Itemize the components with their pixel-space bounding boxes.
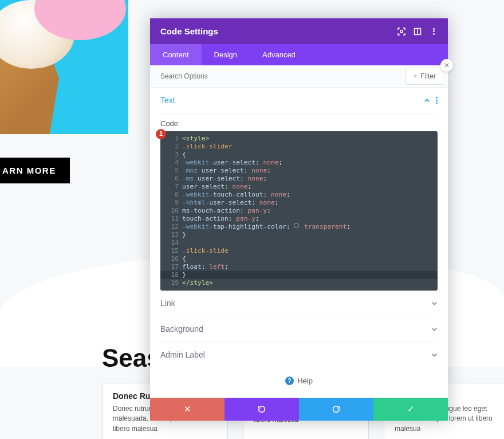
help-link[interactable]: ? Help (150, 367, 448, 398)
line-number: 10 (166, 207, 179, 215)
learn-more-button[interactable]: ARN MORE (0, 158, 70, 183)
code-token: } (182, 271, 186, 279)
code-token: user-select (209, 199, 251, 207)
code-line[interactable]: 15.slick-slide (160, 247, 438, 255)
code-token: -webkit- (182, 223, 213, 231)
code-label: Code (160, 119, 438, 128)
code-token: : (244, 167, 251, 175)
code-token: { (182, 255, 186, 263)
code-token: ; (225, 263, 229, 271)
code-token: ; (267, 207, 271, 215)
chevron-down-icon (431, 326, 438, 332)
code-line[interactable]: 9-khtml-user-select: none; (160, 199, 438, 207)
code-token: pan-y (236, 215, 255, 223)
code-token: : (263, 191, 270, 199)
line-number: 4 (166, 159, 179, 167)
section-title: Admin Label (160, 350, 205, 359)
code-line[interactable]: 16{ (160, 255, 438, 263)
line-number: 7 (166, 183, 179, 191)
expand-icon[interactable] (397, 28, 405, 36)
plus-icon: + (413, 72, 417, 80)
code-line[interactable]: 17float: left; (160, 263, 438, 271)
line-number: 6 (166, 175, 179, 183)
code-line[interactable]: 13} (160, 231, 438, 239)
code-token: : (202, 263, 209, 271)
section-title: Link (160, 299, 175, 308)
code-token: ; (278, 159, 282, 167)
step-badge: 1 (156, 129, 166, 139)
code-line[interactable]: 7user-select: none; (160, 183, 438, 191)
code-token: ; (267, 167, 271, 175)
code-line[interactable]: 19</style> (160, 279, 438, 287)
more-icon[interactable] (430, 28, 438, 36)
line-number: 1 (166, 135, 179, 143)
chevron-down-icon (431, 300, 438, 307)
code-line[interactable]: 1<style> (160, 135, 438, 143)
code-line[interactable]: 6-ms-user-select: none; (160, 175, 438, 183)
chevron-up-icon[interactable] (424, 97, 430, 104)
tab-design[interactable]: Design (202, 44, 250, 65)
code-line[interactable]: 3{ (160, 151, 438, 159)
filter-label: Filter (420, 72, 436, 80)
code-token: ; (255, 215, 259, 223)
save-button[interactable]: ✓ (373, 398, 448, 421)
tab-content[interactable]: Content (150, 44, 202, 65)
code-token: : (255, 159, 263, 167)
code-token: : (251, 199, 259, 207)
code-line[interactable]: 2.slick-slider (160, 143, 438, 151)
code-token: </style> (182, 279, 213, 287)
close-icon[interactable]: ✕ (440, 59, 453, 72)
code-editor[interactable]: 1 1<style>2.slick-slider3{4-webkit-user-… (160, 131, 438, 291)
columns-icon[interactable] (414, 28, 422, 36)
code-token: ; (275, 199, 279, 207)
code-token: tap-highlight-color (213, 223, 286, 231)
code-token: : (229, 215, 236, 223)
redo-button[interactable] (299, 398, 373, 421)
code-token: none (271, 191, 286, 199)
code-line[interactable]: 8-webkit-touch-callout: none; (160, 191, 438, 199)
code-line[interactable]: 12-webkit-tap-highlight-color: transpare… (160, 223, 438, 231)
line-number: 19 (166, 279, 179, 287)
section-text-header[interactable]: Text (160, 88, 438, 113)
code-token: transparent (300, 223, 346, 231)
undo-button[interactable] (225, 398, 299, 421)
section-background-header[interactable]: Background (160, 316, 438, 342)
tab-advanced[interactable]: Advanced (250, 44, 308, 65)
line-number: 18 (166, 271, 179, 279)
code-token: -ms- (182, 175, 198, 183)
code-line[interactable]: 11touch-action: pan-y; (160, 215, 438, 223)
code-line[interactable]: 5-moz-user-select: none; (160, 167, 438, 175)
code-token: : (286, 223, 294, 231)
code-token: ; (248, 183, 252, 191)
filter-button[interactable]: + Filter (405, 68, 443, 85)
section-adminlabel-header[interactable]: Admin Label (160, 342, 438, 367)
code-settings-modal: Code Settings Content Design Advanced ✕ … (150, 18, 448, 421)
code-token: -khtml- (182, 199, 209, 207)
code-token: touch-action (182, 215, 229, 223)
code-line[interactable]: 10ms-touch-action: pan-y; (160, 207, 438, 215)
code-token: : (240, 207, 247, 215)
code-token: float (182, 263, 202, 271)
section-link-header[interactable]: Link (160, 291, 438, 316)
code-token: user-select (202, 167, 244, 175)
code-token: -webkit- (182, 191, 213, 199)
code-token: none (233, 183, 248, 191)
section-more-icon[interactable] (436, 97, 438, 104)
line-number: 11 (166, 215, 179, 223)
code-token: <style> (182, 135, 209, 143)
code-line[interactable]: 14 (160, 239, 438, 247)
code-line[interactable]: 18} (160, 271, 438, 279)
search-input[interactable] (150, 65, 405, 87)
cancel-button[interactable]: ✕ (150, 398, 225, 421)
code-token: : (240, 175, 247, 183)
line-number: 9 (166, 199, 179, 207)
code-token: none (259, 199, 275, 207)
modal-title: Code Settings (160, 26, 218, 36)
code-token: user-select (198, 175, 240, 183)
line-number: 15 (166, 247, 179, 255)
code-line[interactable]: 4-webkit-user-select: none; (160, 159, 438, 167)
line-number: 12 (166, 223, 179, 231)
section-title: Background (160, 324, 203, 334)
help-icon: ? (285, 377, 294, 385)
code-token: -webkit- (182, 159, 213, 167)
